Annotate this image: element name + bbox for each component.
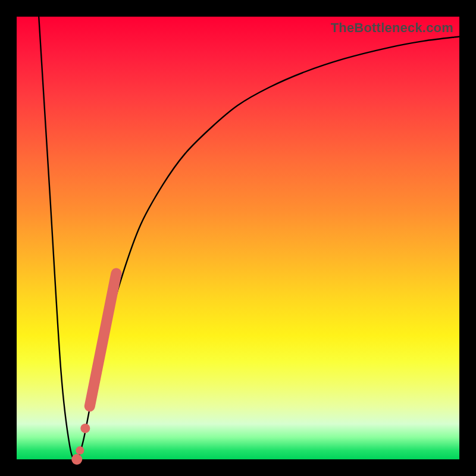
- plot-area: TheBottleneck.com: [17, 17, 459, 459]
- dot-3: [71, 454, 82, 465]
- chart-frame: TheBottleneck.com: [0, 0, 476, 476]
- dot-1: [80, 424, 90, 433]
- bottleneck-curve: [39, 17, 459, 460]
- curve-layer: [17, 17, 459, 459]
- highlight-pill: [90, 274, 117, 406]
- dot-2: [76, 446, 84, 455]
